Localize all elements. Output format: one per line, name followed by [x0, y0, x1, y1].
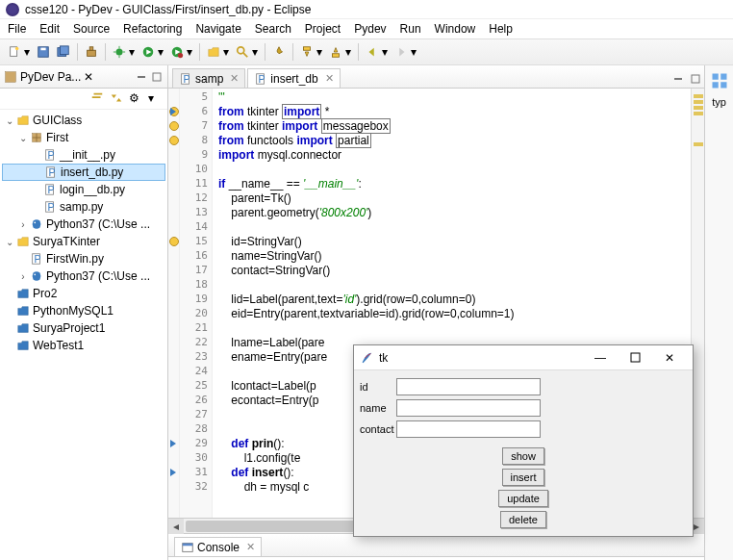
tree-twist-icon[interactable]: ⌄: [17, 133, 29, 143]
tree-item[interactable]: ⌄GUIClass: [2, 112, 165, 129]
build-icon[interactable]: [83, 43, 100, 61]
tk-title-bar[interactable]: tk — ✕: [354, 345, 693, 370]
menu-source[interactable]: Source: [73, 22, 110, 36]
save-icon[interactable]: [35, 43, 52, 61]
maximize-button[interactable]: [618, 347, 652, 369]
tk-delete-button[interactable]: delete: [500, 511, 546, 528]
minimize-icon[interactable]: [135, 70, 148, 84]
dropdown-icon[interactable]: ▾: [187, 45, 194, 59]
tk-update-button[interactable]: update: [498, 490, 548, 507]
warning-marker[interactable]: [694, 112, 703, 115]
tree-item[interactable]: ›Python37 (C:\Use ...: [2, 267, 165, 285]
maximize-icon[interactable]: [150, 70, 164, 84]
console-tab[interactable]: Console ✕: [174, 537, 262, 556]
close-icon[interactable]: ✕: [325, 72, 334, 85]
tk-input-id[interactable]: [396, 378, 541, 395]
close-icon[interactable]: ✕: [230, 72, 239, 85]
type-hierarchy-label[interactable]: typ: [712, 96, 726, 108]
menu-navigate[interactable]: Navigate: [195, 22, 240, 36]
fold-arrow-icon[interactable]: [170, 469, 176, 476]
warning-marker[interactable]: [694, 106, 703, 110]
fold-arrow-icon[interactable]: [170, 108, 176, 115]
dropdown-icon[interactable]: ▾: [252, 45, 260, 59]
dropdown-icon[interactable]: ▾: [24, 45, 32, 59]
pydev-explorer-tab[interactable]: PyDev Pa... ✕: [4, 70, 93, 84]
close-icon[interactable]: ✕: [84, 70, 93, 84]
collapse-all-icon[interactable]: [90, 91, 106, 107]
run-icon[interactable]: [139, 43, 157, 61]
warning-marker[interactable]: [169, 121, 179, 131]
run-last-icon[interactable]: [168, 43, 186, 61]
tk-show-button[interactable]: show: [502, 447, 544, 465]
tk-input-contact[interactable]: [396, 420, 541, 438]
warning-marker[interactable]: [694, 94, 703, 98]
marker-column[interactable]: [168, 89, 180, 518]
minimize-button[interactable]: —: [583, 347, 618, 369]
tree-twist-icon[interactable]: ›: [17, 271, 29, 282]
save-all-icon[interactable]: [55, 43, 72, 61]
dropdown-icon[interactable]: ▾: [382, 45, 390, 59]
menu-help[interactable]: Help: [489, 22, 513, 36]
maximize-icon[interactable]: [690, 73, 701, 88]
dropdown-icon[interactable]: ▾: [316, 45, 324, 59]
open-type-icon[interactable]: [205, 43, 222, 61]
menu-project[interactable]: Project: [305, 22, 341, 36]
tree-item[interactable]: PythonMySQL1: [2, 302, 165, 319]
tree-twist-icon[interactable]: ⌄: [4, 115, 15, 126]
tk-insert-button[interactable]: insert: [502, 469, 545, 486]
prev-annotation-icon[interactable]: [327, 43, 344, 61]
debug-icon[interactable]: [111, 43, 128, 61]
link-editor-icon[interactable]: [110, 91, 125, 107]
tree-item[interactable]: Pro2: [2, 285, 165, 302]
warning-marker[interactable]: [169, 136, 179, 145]
menu-search[interactable]: Search: [255, 22, 291, 36]
line-number-gutter[interactable]: 5678910111213141516171819202122232425262…: [180, 89, 213, 518]
svg-marker-31: [112, 94, 116, 98]
dropdown-icon[interactable]: ▾: [345, 45, 353, 59]
pin-icon[interactable]: [270, 43, 288, 61]
new-icon[interactable]: [6, 43, 23, 61]
editor-tab-samp[interactable]: Psamp✕: [172, 68, 245, 88]
filters-icon[interactable]: ⚙: [129, 91, 144, 107]
back-icon[interactable]: [364, 43, 381, 61]
menu-refactoring[interactable]: Refactoring: [123, 22, 182, 36]
dropdown-icon[interactable]: ▾: [129, 45, 137, 59]
python-file-icon: P: [42, 147, 58, 163]
menu-file[interactable]: File: [8, 22, 26, 36]
tree-twist-icon[interactable]: ›: [17, 219, 29, 230]
scroll-left-icon[interactable]: ◂: [168, 519, 184, 534]
tree-item[interactable]: ⌄First: [2, 129, 165, 146]
tree-item[interactable]: P__init__.py: [2, 146, 165, 164]
dropdown-icon[interactable]: ▾: [223, 45, 231, 59]
outline-icon[interactable]: [710, 71, 729, 90]
project-tree[interactable]: ⌄GUIClass⌄FirstP__init__.pyPinsert_db.py…: [0, 110, 167, 356]
tree-twist-icon[interactable]: ⌄: [4, 237, 15, 247]
warning-marker[interactable]: [694, 100, 703, 104]
close-button[interactable]: ✕: [652, 347, 687, 369]
tree-item[interactable]: ›Python37 (C:\Use ...: [2, 216, 165, 233]
editor-tab-insert_db[interactable]: Pinsert_db✕: [247, 68, 340, 88]
tree-item[interactable]: PFirstWin.py: [2, 250, 165, 267]
tree-item[interactable]: Pinsert_db.py: [2, 164, 165, 181]
fold-arrow-icon[interactable]: [170, 440, 176, 447]
menu-window[interactable]: Window: [435, 22, 476, 36]
forward-icon[interactable]: [392, 43, 410, 61]
menu-edit[interactable]: Edit: [39, 22, 60, 36]
menu-run[interactable]: Run: [400, 22, 421, 36]
next-annotation-icon[interactable]: [298, 43, 316, 61]
tree-item[interactable]: ⌄SuryaTKinter: [2, 233, 165, 250]
dropdown-icon[interactable]: ▾: [158, 45, 165, 59]
tree-item[interactable]: WebTest1: [2, 337, 165, 354]
minimize-icon[interactable]: [672, 73, 684, 88]
tree-item[interactable]: Psamp.py: [2, 198, 165, 216]
warning-marker[interactable]: [694, 142, 703, 146]
tree-item[interactable]: Plogin__db.py: [2, 181, 165, 198]
dropdown-icon[interactable]: ▾: [411, 45, 418, 59]
tk-input-name[interactable]: [396, 399, 541, 417]
tree-item[interactable]: SuryaProject1: [2, 319, 165, 337]
search-icon[interactable]: [234, 43, 251, 61]
view-menu-icon[interactable]: ▾: [148, 91, 164, 107]
close-icon[interactable]: ✕: [246, 541, 255, 553]
warning-marker[interactable]: [169, 237, 179, 246]
menu-pydev[interactable]: Pydev: [354, 22, 386, 36]
